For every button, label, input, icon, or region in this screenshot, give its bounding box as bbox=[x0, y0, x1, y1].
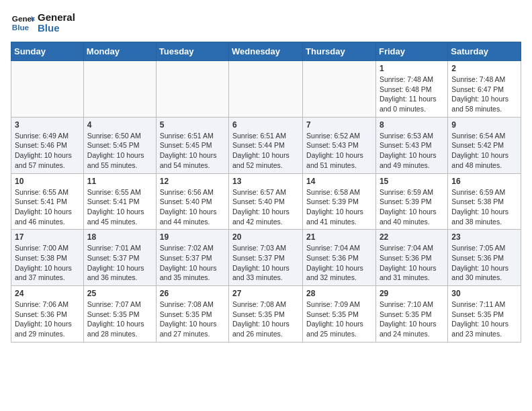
calendar-cell: 18Sunrise: 7:01 AM Sunset: 5:37 PM Dayli… bbox=[83, 230, 156, 286]
calendar-cell: 6Sunrise: 6:51 AM Sunset: 5:44 PM Daylig… bbox=[229, 117, 303, 173]
calendar-cell: 8Sunrise: 6:53 AM Sunset: 5:43 PM Daylig… bbox=[375, 117, 447, 173]
day-number: 24 bbox=[15, 289, 80, 298]
day-info: Sunrise: 7:09 AM Sunset: 5:35 PM Dayligh… bbox=[306, 300, 372, 339]
day-number: 27 bbox=[232, 289, 299, 298]
day-number: 6 bbox=[232, 120, 299, 130]
day-number: 19 bbox=[160, 232, 225, 242]
logo-icon: General Blue bbox=[11, 11, 35, 35]
day-number: 7 bbox=[306, 120, 372, 130]
day-info: Sunrise: 6:53 AM Sunset: 5:43 PM Dayligh… bbox=[380, 131, 444, 171]
calendar-cell: 7Sunrise: 6:52 AM Sunset: 5:43 PM Daylig… bbox=[303, 117, 376, 173]
calendar-cell: 30Sunrise: 7:11 AM Sunset: 5:35 PM Dayli… bbox=[448, 286, 521, 342]
calendar-cell: 21Sunrise: 7:04 AM Sunset: 5:36 PM Dayli… bbox=[303, 230, 376, 286]
calendar-cell: 19Sunrise: 7:02 AM Sunset: 5:37 PM Dayli… bbox=[156, 230, 228, 286]
weekday-header-thursday: Thursday bbox=[303, 42, 376, 61]
calendar-cell: 20Sunrise: 7:03 AM Sunset: 5:37 PM Dayli… bbox=[229, 230, 303, 286]
calendar-cell bbox=[156, 61, 228, 118]
calendar-cell: 4Sunrise: 6:50 AM Sunset: 5:45 PM Daylig… bbox=[83, 117, 156, 173]
day-info: Sunrise: 6:49 AM Sunset: 5:46 PM Dayligh… bbox=[15, 131, 80, 171]
day-number: 20 bbox=[232, 232, 299, 242]
page-header: General Blue General Blue bbox=[11, 11, 521, 35]
day-number: 15 bbox=[380, 177, 444, 186]
day-info: Sunrise: 6:57 AM Sunset: 5:40 PM Dayligh… bbox=[232, 187, 299, 227]
day-info: Sunrise: 6:51 AM Sunset: 5:44 PM Dayligh… bbox=[232, 131, 299, 171]
day-number: 18 bbox=[87, 232, 152, 242]
day-number: 25 bbox=[87, 289, 152, 298]
calendar-cell: 15Sunrise: 6:59 AM Sunset: 5:39 PM Dayli… bbox=[375, 173, 447, 230]
day-info: Sunrise: 6:52 AM Sunset: 5:43 PM Dayligh… bbox=[306, 131, 372, 171]
day-info: Sunrise: 7:07 AM Sunset: 5:35 PM Dayligh… bbox=[87, 300, 152, 339]
day-number: 29 bbox=[380, 289, 444, 298]
logo: General Blue General Blue bbox=[11, 11, 75, 35]
calendar-cell bbox=[11, 61, 84, 118]
day-number: 1 bbox=[380, 64, 444, 73]
calendar-cell: 3Sunrise: 6:49 AM Sunset: 5:46 PM Daylig… bbox=[11, 117, 84, 173]
week-row-5: 24Sunrise: 7:06 AM Sunset: 5:36 PM Dayli… bbox=[11, 286, 521, 342]
calendar-cell: 9Sunrise: 6:54 AM Sunset: 5:42 PM Daylig… bbox=[448, 117, 521, 173]
day-number: 12 bbox=[160, 177, 225, 186]
weekday-header-monday: Monday bbox=[83, 42, 156, 61]
day-number: 21 bbox=[306, 232, 372, 242]
day-number: 11 bbox=[87, 177, 152, 186]
calendar-cell: 13Sunrise: 6:57 AM Sunset: 5:40 PM Dayli… bbox=[229, 173, 303, 230]
calendar-cell: 1Sunrise: 7:48 AM Sunset: 6:48 PM Daylig… bbox=[375, 61, 447, 118]
day-info: Sunrise: 6:51 AM Sunset: 5:45 PM Dayligh… bbox=[160, 131, 225, 171]
calendar-table: SundayMondayTuesdayWednesdayThursdayFrid… bbox=[11, 42, 521, 342]
calendar-cell: 28Sunrise: 7:09 AM Sunset: 5:35 PM Dayli… bbox=[303, 286, 376, 342]
day-info: Sunrise: 7:03 AM Sunset: 5:37 PM Dayligh… bbox=[232, 243, 299, 283]
calendar-cell: 26Sunrise: 7:08 AM Sunset: 5:35 PM Dayli… bbox=[156, 286, 228, 342]
day-number: 5 bbox=[160, 120, 225, 130]
calendar-cell bbox=[303, 61, 376, 118]
day-info: Sunrise: 6:55 AM Sunset: 5:41 PM Dayligh… bbox=[87, 187, 152, 227]
day-info: Sunrise: 6:55 AM Sunset: 5:41 PM Dayligh… bbox=[15, 187, 80, 227]
calendar-cell: 11Sunrise: 6:55 AM Sunset: 5:41 PM Dayli… bbox=[83, 173, 156, 230]
day-info: Sunrise: 7:04 AM Sunset: 5:36 PM Dayligh… bbox=[306, 243, 372, 283]
day-number: 22 bbox=[380, 232, 444, 242]
logo-line2: Blue bbox=[38, 23, 75, 34]
day-number: 17 bbox=[15, 232, 80, 242]
calendar-cell: 2Sunrise: 7:48 AM Sunset: 6:47 PM Daylig… bbox=[448, 61, 521, 118]
day-info: Sunrise: 7:08 AM Sunset: 5:35 PM Dayligh… bbox=[160, 300, 225, 339]
day-info: Sunrise: 7:06 AM Sunset: 5:36 PM Dayligh… bbox=[15, 300, 80, 339]
calendar-cell bbox=[229, 61, 303, 118]
day-number: 10 bbox=[15, 177, 80, 186]
weekday-header-row: SundayMondayTuesdayWednesdayThursdayFrid… bbox=[11, 42, 521, 61]
day-info: Sunrise: 7:05 AM Sunset: 5:36 PM Dayligh… bbox=[451, 243, 517, 283]
day-number: 4 bbox=[87, 120, 152, 130]
calendar-cell: 29Sunrise: 7:10 AM Sunset: 5:35 PM Dayli… bbox=[375, 286, 447, 342]
day-number: 14 bbox=[306, 177, 372, 186]
calendar-cell: 24Sunrise: 7:06 AM Sunset: 5:36 PM Dayli… bbox=[11, 286, 84, 342]
day-info: Sunrise: 7:08 AM Sunset: 5:35 PM Dayligh… bbox=[232, 300, 299, 339]
calendar-cell: 16Sunrise: 6:59 AM Sunset: 5:38 PM Dayli… bbox=[448, 173, 521, 230]
week-row-3: 10Sunrise: 6:55 AM Sunset: 5:41 PM Dayli… bbox=[11, 173, 521, 230]
day-info: Sunrise: 6:56 AM Sunset: 5:40 PM Dayligh… bbox=[160, 187, 225, 227]
day-info: Sunrise: 6:50 AM Sunset: 5:45 PM Dayligh… bbox=[87, 131, 152, 171]
day-info: Sunrise: 7:01 AM Sunset: 5:37 PM Dayligh… bbox=[87, 243, 152, 283]
calendar-cell: 5Sunrise: 6:51 AM Sunset: 5:45 PM Daylig… bbox=[156, 117, 228, 173]
svg-text:Blue: Blue bbox=[12, 23, 30, 32]
weekday-header-friday: Friday bbox=[375, 42, 447, 61]
week-row-2: 3Sunrise: 6:49 AM Sunset: 5:46 PM Daylig… bbox=[11, 117, 521, 173]
day-info: Sunrise: 7:10 AM Sunset: 5:35 PM Dayligh… bbox=[380, 300, 444, 339]
calendar-cell: 10Sunrise: 6:55 AM Sunset: 5:41 PM Dayli… bbox=[11, 173, 84, 230]
weekday-header-wednesday: Wednesday bbox=[229, 42, 303, 61]
day-info: Sunrise: 7:11 AM Sunset: 5:35 PM Dayligh… bbox=[451, 300, 517, 339]
day-info: Sunrise: 7:48 AM Sunset: 6:47 PM Dayligh… bbox=[451, 75, 517, 114]
day-info: Sunrise: 6:59 AM Sunset: 5:39 PM Dayligh… bbox=[380, 187, 444, 227]
day-number: 9 bbox=[451, 120, 517, 130]
logo-line1: General bbox=[38, 12, 75, 24]
day-info: Sunrise: 6:59 AM Sunset: 5:38 PM Dayligh… bbox=[451, 187, 517, 227]
day-info: Sunrise: 7:00 AM Sunset: 5:38 PM Dayligh… bbox=[15, 243, 80, 283]
calendar-cell: 22Sunrise: 7:04 AM Sunset: 5:36 PM Dayli… bbox=[375, 230, 447, 286]
day-number: 2 bbox=[451, 64, 517, 73]
week-row-4: 17Sunrise: 7:00 AM Sunset: 5:38 PM Dayli… bbox=[11, 230, 521, 286]
day-number: 23 bbox=[451, 232, 517, 242]
day-number: 3 bbox=[15, 120, 80, 130]
calendar-cell bbox=[83, 61, 156, 118]
calendar-cell: 23Sunrise: 7:05 AM Sunset: 5:36 PM Dayli… bbox=[448, 230, 521, 286]
calendar-cell: 27Sunrise: 7:08 AM Sunset: 5:35 PM Dayli… bbox=[229, 286, 303, 342]
day-number: 8 bbox=[380, 120, 444, 130]
day-info: Sunrise: 7:48 AM Sunset: 6:48 PM Dayligh… bbox=[380, 75, 444, 114]
day-info: Sunrise: 6:54 AM Sunset: 5:42 PM Dayligh… bbox=[451, 131, 517, 171]
day-info: Sunrise: 7:02 AM Sunset: 5:37 PM Dayligh… bbox=[160, 243, 225, 283]
